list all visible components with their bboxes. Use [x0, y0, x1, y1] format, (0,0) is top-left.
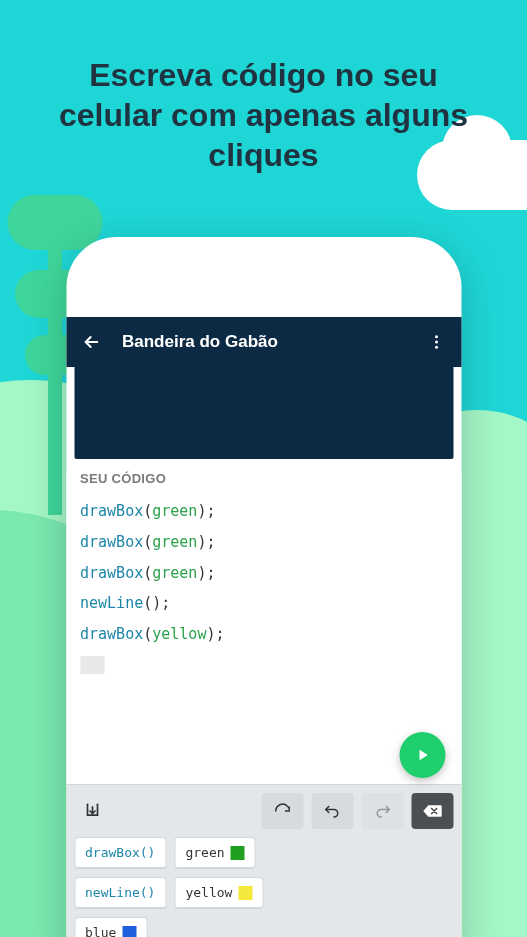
token-label: newLine() [85, 885, 155, 900]
kebab-vert-icon [427, 333, 445, 351]
svg-point-1 [435, 341, 438, 344]
code-section-label: SEU CÓDIGO [80, 471, 447, 486]
token-label: drawBox() [85, 845, 155, 860]
refresh-icon [273, 802, 291, 820]
token-label: yellow [185, 885, 232, 900]
token-fn[interactable]: drawBox() [74, 837, 166, 869]
run-button[interactable] [399, 732, 445, 778]
token-color[interactable]: yellow [174, 877, 263, 909]
redo-button[interactable] [261, 793, 303, 829]
app-bar-title: Bandeira do Gabão [122, 332, 425, 352]
code-line: drawBox(green); [80, 558, 447, 589]
token-label: blue [85, 925, 116, 937]
output-preview [74, 367, 453, 459]
play-icon [413, 746, 431, 764]
token-fn[interactable]: newLine() [74, 877, 166, 909]
back-button[interactable] [80, 331, 102, 353]
download-icon [82, 801, 102, 821]
token-color[interactable]: blue [74, 917, 147, 937]
code-line: drawBox(yellow); [80, 619, 447, 650]
code-lines: drawBox(green);drawBox(green);drawBox(gr… [80, 496, 447, 650]
color-swatch [231, 846, 245, 860]
token-color[interactable]: green [174, 837, 255, 869]
code-cursor [80, 656, 104, 674]
backspace-button[interactable] [411, 793, 453, 829]
overflow-menu-button[interactable] [425, 331, 447, 353]
undo-icon [323, 802, 341, 820]
backspace-icon [422, 803, 442, 819]
app-bar: Bandeira do Gabão [66, 317, 461, 367]
code-editor[interactable]: SEU CÓDIGO drawBox(green);drawBox(green)… [66, 471, 461, 784]
token-keyboard: drawBox()newLine()blue greenyellow [66, 784, 461, 937]
code-line: drawBox(green); [80, 527, 447, 558]
code-line: newLine(); [80, 588, 447, 619]
token-label: green [185, 845, 224, 860]
code-line: drawBox(green); [80, 496, 447, 527]
app-screen: Bandeira do Gabão SEU CÓDIGO drawBox(gre… [66, 317, 461, 937]
redo-forward-button [361, 793, 403, 829]
color-swatch [122, 926, 136, 938]
phone-mockup: Bandeira do Gabão SEU CÓDIGO drawBox(gre… [66, 237, 461, 937]
svg-point-2 [435, 346, 438, 349]
color-swatch [238, 886, 252, 900]
arrow-left-icon [81, 332, 101, 352]
redo-forward-icon [373, 802, 391, 820]
download-button[interactable] [74, 793, 110, 829]
promo-headline: Escreva código no seu celular com apenas… [0, 0, 527, 175]
undo-button[interactable] [311, 793, 353, 829]
svg-point-0 [435, 335, 438, 338]
